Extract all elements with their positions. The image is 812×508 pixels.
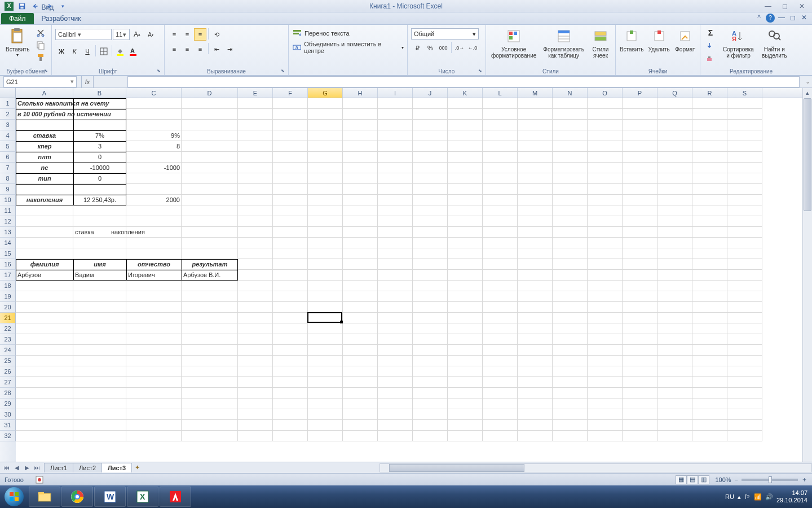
cell-A17[interactable]: Арбузов [16,270,73,281]
row-header-30[interactable]: 30 [0,409,16,420]
close-button[interactable]: ✕ [795,2,809,10]
row-header-5[interactable]: 5 [0,141,16,152]
insert-cells-button[interactable]: Вставить [619,26,644,54]
col-header-S[interactable]: S [727,88,762,98]
italic-button[interactable]: К [68,45,81,58]
cell-B17[interactable]: Вадим [73,270,126,281]
col-header-C[interactable]: C [126,88,182,98]
conditional-formatting-button[interactable]: Условное форматирование [489,26,538,60]
cell-C10[interactable]: 2000 [126,195,182,205]
row-header-28[interactable]: 28 [0,388,16,398]
borders-button[interactable] [98,45,110,58]
cell-C13[interactable]: накопления [109,227,165,238]
alignment-launcher-icon[interactable]: ⬊ [281,68,286,74]
col-header-L[interactable]: L [483,88,518,98]
cell-C17[interactable]: Игоревич [126,270,182,281]
taskbar-adobe[interactable] [160,487,191,507]
row-header-15[interactable]: 15 [0,248,16,259]
zoom-out-icon[interactable]: − [735,476,738,483]
select-all-corner[interactable] [0,88,16,98]
view-pagebreak-icon[interactable]: ▥ [698,475,709,484]
format-cells-button[interactable]: Формат [674,26,696,54]
merge-center-button[interactable]: a Объединить и поместить в центре ▾ [292,41,404,54]
copy-button[interactable] [35,40,46,51]
col-header-I[interactable]: I [378,88,413,98]
format-as-table-button[interactable]: Форматировать как таблицу [541,26,586,60]
col-header-N[interactable]: N [553,88,588,98]
cell-C5[interactable]: 8 [126,141,182,152]
col-header-B[interactable]: B [73,88,126,98]
row-header-9[interactable]: 9 [0,184,16,195]
align-center-icon[interactable]: ≡ [181,43,193,55]
col-header-K[interactable]: K [448,88,483,98]
taskbar-excel[interactable]: X [127,487,158,507]
cell-A8[interactable]: тип [16,173,73,184]
col-header-J[interactable]: J [413,88,448,98]
decrease-indent-icon[interactable]: ⇤ [210,43,223,55]
vertical-scrollbar[interactable]: ▴ ▾ [802,88,812,472]
row-header-16[interactable]: 16 [0,259,16,270]
sheet-last-icon[interactable]: ⏭ [33,465,42,471]
view-normal-icon[interactable]: ▦ [676,475,687,484]
autosum-icon[interactable]: Σ [704,27,717,38]
row-header-10[interactable]: 10 [0,195,16,205]
save-button[interactable] [17,1,27,11]
cell-B4[interactable]: 7% [73,130,126,141]
number-launcher-icon[interactable]: ⬊ [478,68,484,74]
row-header-14[interactable]: 14 [0,238,16,248]
underline-button[interactable]: Ч [81,45,94,58]
cell-B16[interactable]: имя [73,259,126,270]
new-sheet-icon[interactable]: ✦ [131,464,143,471]
col-header-M[interactable]: M [518,88,553,98]
sheet-first-icon[interactable]: ⏮ [2,465,11,471]
horizontal-scrollbar[interactable] [379,463,812,472]
zoom-slider[interactable] [742,479,798,481]
col-header-P[interactable]: P [623,88,657,98]
format-painter-button[interactable] [35,52,46,63]
wrap-text-button[interactable]: Перенос текста [292,28,404,38]
row-header-20[interactable]: 20 [0,302,16,313]
cell-B10[interactable]: 12 250,43р. [73,195,126,205]
hscroll-thumb[interactable] [389,464,524,472]
col-header-R[interactable]: R [692,88,727,98]
file-tab[interactable]: Файл [1,13,34,24]
align-bottom-icon[interactable]: ≡ [194,28,206,41]
maximize-button[interactable]: ◻ [778,2,792,10]
row-header-26[interactable]: 26 [0,366,16,377]
cell-A6[interactable]: плт [16,152,73,163]
align-top-icon[interactable]: ≡ [168,28,180,41]
row-header-3[interactable]: 3 [0,120,16,130]
row-header-1[interactable]: 1 [0,98,16,109]
col-header-Q[interactable]: Q [657,88,692,98]
col-header-H[interactable]: H [343,88,378,98]
cell-C4[interactable]: 9% [126,130,182,141]
bold-button[interactable]: Ж [55,45,68,58]
tray-clock[interactable]: 14:07 29.10.2014 [776,489,807,504]
start-button[interactable] [0,485,28,508]
window-close-icon[interactable]: ✕ [800,14,809,23]
cell-B5[interactable]: 3 [73,141,126,152]
row-header-17[interactable]: 17 [0,270,16,281]
cell-D16[interactable]: результат [182,259,238,270]
row-header-6[interactable]: 6 [0,152,16,163]
tray-flag-icon[interactable]: 🏳 [744,493,751,500]
cell-C16[interactable]: отчество [126,259,182,270]
vscroll-thumb[interactable] [804,98,811,211]
cell-A2[interactable]: в 10 000 рублей по истечении [16,109,185,120]
row-header-18[interactable]: 18 [0,281,16,291]
cell-B6[interactable]: 0 [73,152,126,163]
window-minimize-icon[interactable]: — [777,14,786,23]
cells-area[interactable]: Сколько накопится на счетув 10 000 рубле… [16,98,812,472]
row-header-22[interactable]: 22 [0,323,16,334]
decrease-decimal-icon[interactable]: ←.0 [466,42,479,54]
sheet-prev-icon[interactable]: ◀ [12,465,21,471]
tray-show-hidden-icon[interactable]: ▴ [738,493,741,501]
col-header-A[interactable]: A [16,88,73,98]
cell-A1[interactable]: Сколько накопится на счету [16,98,185,109]
increase-decimal-icon[interactable]: .0→ [453,42,466,54]
font-size-combo[interactable]: 11▾ [113,29,130,40]
macro-record-icon[interactable] [35,475,44,484]
row-header-13[interactable]: 13 [0,227,16,238]
fill-icon[interactable] [704,40,715,51]
row-header-27[interactable]: 27 [0,377,16,388]
